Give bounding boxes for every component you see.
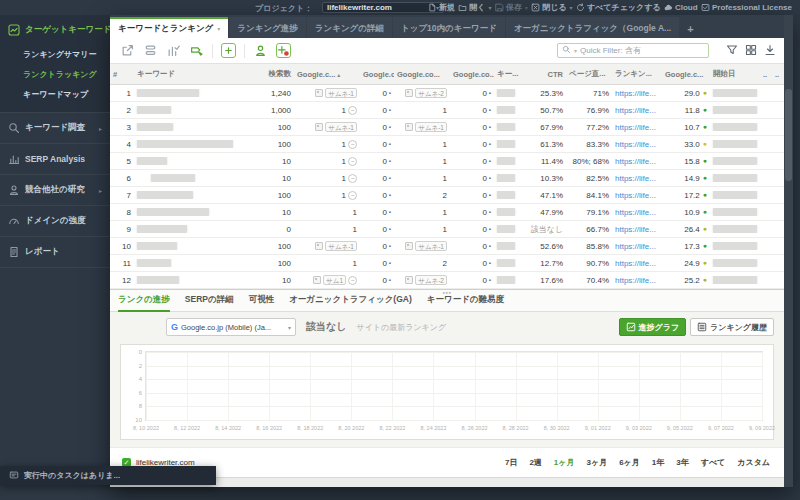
column-header-8[interactable]: CTR — [524, 70, 566, 79]
column-header-9[interactable]: ページ直... — [566, 69, 612, 79]
ranking-url-link[interactable]: https://life... — [615, 89, 656, 98]
ranking-url-link[interactable]: https://life... — [615, 225, 656, 234]
column-header-1[interactable]: キーワード — [134, 69, 250, 79]
range-1ヶ月[interactable]: 1ヶ月 — [554, 457, 575, 468]
export-download-button[interactable] — [764, 42, 776, 60]
table-row[interactable]: 10100サムネ-10▪サムネ-10▪52.6%85.8%https://lif… — [110, 238, 784, 255]
column-header-12[interactable]: 開始日 — [710, 69, 760, 79]
add-keywords-button[interactable] — [221, 43, 236, 58]
range-カスタム[interactable]: カスタム — [737, 457, 770, 468]
scrollbar-thumb[interactable] — [785, 89, 792, 181]
bottom-tab-4[interactable]: キーワードの難易度 — [427, 290, 504, 312]
score-dot: ● — [703, 89, 707, 97]
sidebar-item-target-keywords[interactable]: ターゲットキーワード▾ — [0, 15, 110, 45]
column-header-6[interactable]: Google.co... — [450, 70, 494, 79]
competitors-button[interactable] — [253, 43, 268, 58]
range-1年[interactable]: 1年 — [652, 457, 664, 468]
sidebar-item-3[interactable]: 競合他社の研究▸ — [0, 175, 110, 205]
ranking-url-link[interactable]: https://life... — [615, 157, 656, 166]
range-6ヶ月[interactable]: 6ヶ月 — [619, 457, 640, 468]
table-row[interactable]: 3100サムネ-10▪サムネ-10▪67.9%77.2%https://life… — [110, 119, 784, 136]
export-button[interactable] — [120, 43, 135, 58]
start-date-cell — [710, 89, 760, 97]
add-tab-button[interactable]: + — [680, 17, 700, 38]
column-header-4[interactable]: Google.co... — [360, 70, 394, 79]
bottom-tab-1[interactable]: SERPの詳細 — [185, 290, 234, 312]
range-すべて[interactable]: すべて — [701, 457, 726, 468]
range-7日[interactable]: 7日 — [505, 457, 517, 468]
column-header-3[interactable]: Google.c...▴ — [294, 70, 360, 79]
check-rankings-button[interactable] — [166, 43, 181, 58]
column-header-0[interactable]: # — [110, 70, 134, 79]
ctr-value: 50.7% — [524, 106, 566, 115]
ranking-url-link[interactable]: https://life... — [615, 174, 656, 183]
ranking-history-button[interactable]: ランキング履歴 — [690, 318, 774, 336]
sidebar-subitem-0[interactable]: ランキングサマリー — [0, 45, 110, 65]
progress-graph-button[interactable]: 進捗グラフ — [619, 318, 687, 336]
ranking-url-link[interactable]: https://life... — [615, 242, 656, 251]
tab-1[interactable]: ランキング進捗 — [229, 17, 306, 38]
update-data-button[interactable] — [143, 43, 158, 58]
table-row[interactable]: 1110010▪20▪12.7%90.7%https://life...24.9… — [110, 255, 784, 272]
table-row[interactable]: 81010▪10▪47.9%79.1%https://life...10.9● — [110, 204, 784, 221]
table-row[interactable]: 9010▪10▪該当なし66.7%https://life...26.4● — [110, 221, 784, 238]
menu-license[interactable]: Professional License — [701, 3, 792, 12]
column-header-7[interactable]: キー... — [494, 69, 524, 79]
table-row[interactable]: 5101−0▪10▪11.4%80%; 68%https://life...15… — [110, 153, 784, 170]
bottom-tab-0[interactable]: ランクの進捗 — [118, 290, 170, 312]
column-header-2[interactable]: 検索数 — [250, 69, 294, 79]
column-header-5[interactable]: Google.co... — [394, 70, 450, 79]
bounce-rate: 76.9% — [566, 106, 612, 115]
ranking-url-link[interactable]: https://life... — [615, 276, 656, 285]
range-3ヶ月[interactable]: 3ヶ月 — [587, 457, 608, 468]
no-change-icon: − — [348, 140, 357, 149]
column-header-13[interactable]: .. — [760, 70, 772, 79]
menu-new-doc[interactable]: 新規 — [428, 2, 455, 13]
project-select[interactable]: lifelikewriter.com ▾ — [322, 2, 444, 13]
menu-save[interactable]: 保存▾ — [495, 2, 528, 13]
ranking-url-link[interactable]: https://life... — [615, 106, 656, 115]
sidebar-item-4[interactable]: ドメインの強度 — [0, 206, 110, 236]
running-tasks-status[interactable]: 実行中のタスクはありま... — [0, 466, 216, 485]
menu-refresh[interactable]: すべてチェックする — [576, 2, 661, 13]
sidebar-item-2[interactable]: SERP Analysis — [0, 144, 110, 174]
ranking-url-link[interactable]: https://life... — [615, 259, 656, 268]
splitter-handle[interactable]: ⋯ — [442, 288, 452, 298]
bottom-tab-2[interactable]: 可視性 — [249, 290, 275, 312]
column-header-11[interactable]: Google.c... — [662, 70, 710, 79]
sidebar-item-1[interactable]: キーワード調査▸ — [0, 113, 110, 143]
ranking-url-link[interactable]: https://life... — [615, 208, 656, 217]
tag-select-button[interactable] — [189, 43, 204, 58]
table-row[interactable]: 6101−0▪10▪10.3%82.5%https://life...14.9● — [110, 170, 784, 187]
range-2週[interactable]: 2週 — [529, 457, 541, 468]
column-chooser-button[interactable] — [745, 42, 757, 60]
ranking-url-link[interactable]: https://life... — [615, 123, 656, 132]
range-3年[interactable]: 3年 — [676, 457, 688, 468]
column-header-10[interactable]: ランキン... — [612, 69, 662, 79]
search-engine-select[interactable]: G Google.co.jp (Mobile) (Ja... ▾ — [166, 318, 296, 336]
tab-2[interactable]: ランキングの詳細 — [307, 17, 392, 38]
table-row[interactable]: 71001−0▪20▪47.1%84.1%https://life...17.2… — [110, 187, 784, 204]
add-record-button[interactable] — [276, 43, 291, 58]
table-row[interactable]: 21,0001−0▪10▪50.7%76.9%https://life...11… — [110, 102, 784, 119]
filter-funnel-button[interactable] — [726, 42, 738, 60]
tab-0[interactable]: キーワードとランキング▾ — [110, 17, 228, 38]
bottom-tab-3[interactable]: オーガニックトラフィック(GA) — [289, 290, 412, 312]
vertical-scrollbar[interactable] — [784, 15, 793, 487]
sidebar-item-5[interactable]: レポート — [0, 237, 110, 267]
table-row[interactable]: 41001−0▪10▪61.3%83.3%https://life...33.0… — [110, 136, 784, 153]
column-header-14[interactable]: .. — [772, 70, 784, 79]
ranking-url-link[interactable]: https://life... — [615, 191, 656, 200]
table-row[interactable]: 11,240サムネ-10▪サムネ-20▪25.3%71%https://life… — [110, 85, 784, 102]
tab-4[interactable]: オーガニックトラフィック（Google A... — [506, 17, 679, 38]
ranking-url-link[interactable]: https://life... — [615, 140, 656, 149]
sidebar-subitem-2[interactable]: キーワードマップ — [0, 85, 110, 105]
menu-cloud[interactable]: Cloud — [664, 3, 698, 12]
table-row[interactable]: 1210サム1−0▪サムネ-20▪17.6%70.4%https://life.… — [110, 272, 784, 289]
rank-google-2: サムネ-1 — [394, 241, 450, 251]
sidebar-subitem-1[interactable]: ランクトラッキング — [0, 65, 110, 85]
quick-filter-input[interactable]: ▾ Quick Filter: 含有 — [557, 43, 709, 58]
tab-3[interactable]: トップ10内のキーワード — [393, 17, 505, 38]
menu-open-folder[interactable]: 開く▾ — [458, 2, 491, 13]
menu-close-doc[interactable]: 閉じる▾ — [531, 2, 572, 13]
